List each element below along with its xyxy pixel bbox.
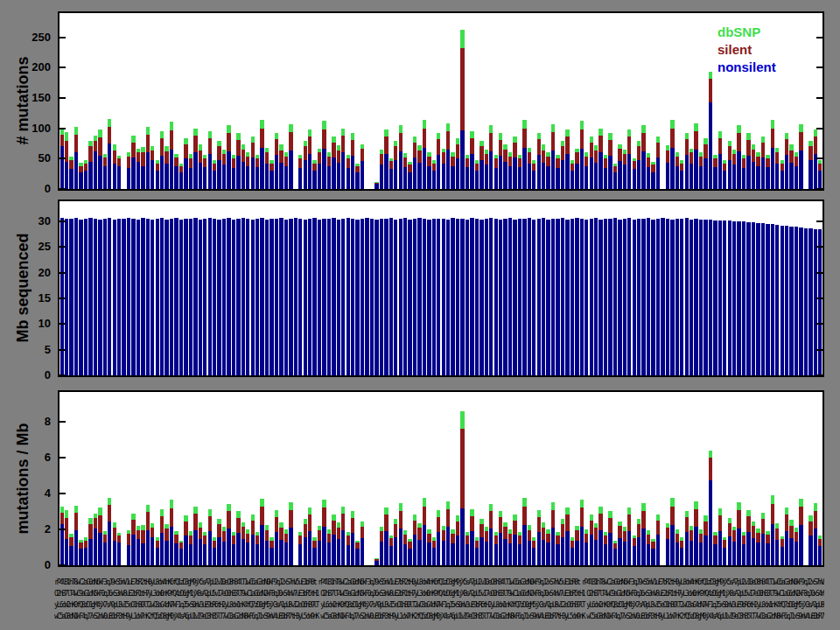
bar-segment <box>432 160 436 163</box>
bar-segment <box>399 133 402 151</box>
bar-segment <box>466 167 469 189</box>
bar-segment <box>94 219 97 375</box>
bar-segment <box>690 152 693 163</box>
bar-segment <box>413 219 416 375</box>
bar-segment <box>318 541 321 565</box>
bar-segment <box>256 532 259 536</box>
bar-segment <box>146 127 150 135</box>
bar-segment <box>65 518 68 539</box>
bar-segment <box>403 167 407 189</box>
bar-segment <box>460 508 464 565</box>
bar-segment <box>676 529 679 534</box>
bar-segment <box>785 139 788 155</box>
bar-segment <box>374 558 378 559</box>
bar-segment <box>584 529 588 534</box>
bar-segment <box>456 138 459 144</box>
bar-segment <box>279 150 283 163</box>
bar-segment <box>79 220 82 375</box>
bar-segment <box>113 522 116 528</box>
bar-segment <box>380 219 383 375</box>
bar-segment <box>761 534 765 565</box>
bar-segment <box>203 219 206 375</box>
bar-segment <box>528 541 531 565</box>
bar-segment <box>551 502 555 510</box>
bar-segment <box>60 135 64 147</box>
bar-segment <box>556 536 559 544</box>
bar-segment <box>160 218 164 375</box>
bar-segment <box>417 218 421 375</box>
bar-segment <box>251 521 255 535</box>
bar-segment <box>308 508 312 514</box>
bar-segment <box>542 540 545 566</box>
x-tick-labels-strip: rP4lB1hT8wC2aG0dN6kF3qJ9xS5mV1uE7bR2tH0y… <box>54 578 824 625</box>
bar-segment <box>98 220 102 375</box>
bar-segment <box>136 530 140 539</box>
bar-segment <box>98 508 102 515</box>
bar-segment <box>670 120 674 129</box>
bar-segment <box>127 168 130 189</box>
bar-segment <box>590 143 593 158</box>
bar-segment <box>556 219 559 375</box>
bar-segment <box>690 164 693 189</box>
bar-segment <box>423 219 426 375</box>
bar-segment <box>608 533 612 565</box>
bar-segment <box>709 72 712 79</box>
bar-segment <box>794 532 798 542</box>
bar-segment <box>532 164 536 171</box>
bar-segment <box>74 218 78 375</box>
bar-segment <box>656 521 660 535</box>
bar-segment <box>460 48 464 130</box>
bar-segment <box>251 535 255 565</box>
bar-segment <box>737 502 740 510</box>
bar-segment <box>641 503 645 511</box>
bar-segment <box>199 528 202 540</box>
bar-segment <box>413 143 416 158</box>
bar-segment <box>551 219 555 375</box>
bar-segment <box>794 152 798 157</box>
bar-segment <box>270 541 273 548</box>
bar-segment <box>208 516 212 531</box>
bar-segment <box>346 545 350 565</box>
bar-segment <box>304 519 307 524</box>
bar-segment <box>374 559 378 560</box>
bar-segment <box>193 129 197 136</box>
bar-segment <box>608 219 612 375</box>
bar-segment <box>394 160 397 189</box>
bar-segment <box>575 164 578 189</box>
bar-segment <box>513 220 516 375</box>
bar-segment <box>565 514 569 531</box>
bar-segment <box>256 155 259 158</box>
bar-segment <box>427 166 430 189</box>
legend-label-silent: silent <box>718 42 752 57</box>
bar-segment <box>98 533 102 565</box>
bar-segment <box>136 149 140 152</box>
bar-segment <box>236 219 240 375</box>
bar-segment <box>723 160 726 163</box>
bar-segment <box>446 150 450 189</box>
bar-segment <box>508 166 512 189</box>
bar-segment <box>127 545 130 565</box>
bar-segment <box>170 122 173 130</box>
bar-segment <box>232 158 235 167</box>
bar-segment <box>260 120 263 129</box>
bar-segment <box>146 512 150 529</box>
bar-segment <box>79 163 82 165</box>
bar-segment <box>546 166 550 189</box>
bar-segment <box>341 136 345 152</box>
bar-segment <box>160 509 164 516</box>
bar-segment <box>627 514 631 531</box>
bar-segment <box>260 148 263 189</box>
bar-segment <box>694 219 697 375</box>
bar-segment <box>69 160 73 169</box>
bar-segment <box>437 219 440 375</box>
bar-segment <box>508 152 512 157</box>
bar-segment <box>466 220 469 375</box>
bar-segment <box>766 535 769 543</box>
bar-segment <box>499 517 502 533</box>
bar-segment <box>460 429 464 508</box>
bar-segment <box>256 544 259 565</box>
bar-segment <box>651 549 654 565</box>
bar-segment <box>752 150 755 162</box>
bar-segment <box>179 166 183 172</box>
bar-segment <box>227 133 230 151</box>
